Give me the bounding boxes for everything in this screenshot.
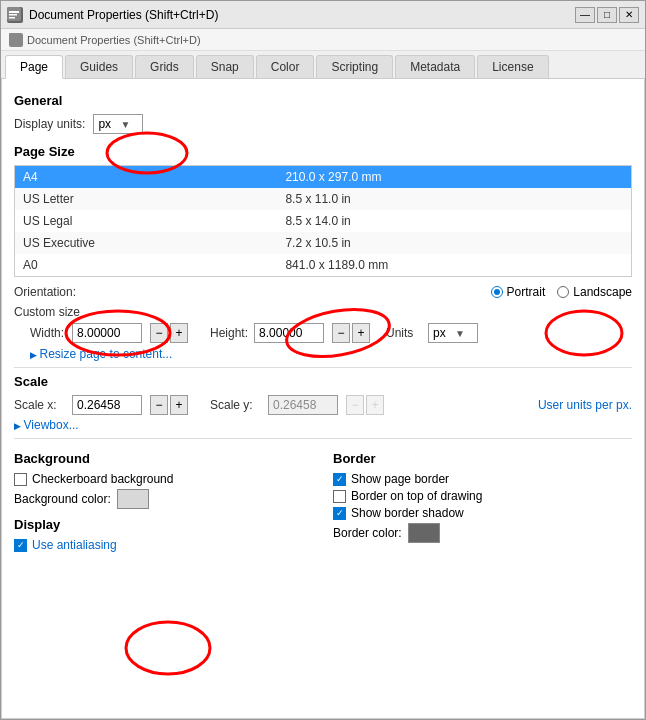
tab-grids[interactable]: Grids bbox=[135, 55, 194, 78]
display-title: Display bbox=[14, 517, 313, 532]
page-dims: 841.0 x 1189.0 mm bbox=[277, 254, 631, 277]
border-top-row: Border on top of drawing bbox=[333, 489, 632, 503]
width-input[interactable] bbox=[72, 323, 142, 343]
page-dims: 8.5 x 14.0 in bbox=[277, 210, 631, 232]
height-plus-btn[interactable]: + bbox=[352, 323, 370, 343]
scale-x-input[interactable] bbox=[72, 395, 142, 415]
tab-license[interactable]: License bbox=[477, 55, 548, 78]
table-row[interactable]: US Letter 8.5 x 11.0 in bbox=[15, 188, 632, 210]
show-border-label: Show page border bbox=[351, 472, 449, 486]
show-border-checkbox[interactable] bbox=[333, 473, 346, 486]
scale-y-minus-btn: − bbox=[346, 395, 364, 415]
width-minus-btn[interactable]: − bbox=[150, 323, 168, 343]
height-label: Height: bbox=[210, 326, 248, 340]
scale-y-label: Scale y: bbox=[210, 398, 262, 412]
user-units-label: User units per px. bbox=[538, 398, 632, 412]
border-top-checkbox[interactable] bbox=[333, 490, 346, 503]
tab-guides[interactable]: Guides bbox=[65, 55, 133, 78]
page-name: A0 bbox=[15, 254, 278, 277]
bottom-sections: Background Checkerboard background Backg… bbox=[14, 447, 632, 555]
close-button[interactable]: ✕ bbox=[619, 7, 639, 23]
general-title: General bbox=[14, 93, 632, 108]
orientation-row: Orientation: Portrait Landscape bbox=[14, 285, 632, 299]
height-minus-btn[interactable]: − bbox=[332, 323, 350, 343]
bg-color-label: Background color: bbox=[14, 492, 111, 506]
window-title: Document Properties (Shift+Ctrl+D) bbox=[29, 8, 575, 22]
units-label: Units bbox=[386, 326, 422, 340]
height-input[interactable] bbox=[254, 323, 324, 343]
background-title: Background bbox=[14, 451, 313, 466]
custom-size-section: Custom size Width: − + Height: − + Units bbox=[14, 305, 632, 361]
tab-color[interactable]: Color bbox=[256, 55, 315, 78]
sub-title-icon bbox=[9, 33, 23, 47]
sub-title-bar: Document Properties (Shift+Ctrl+D) bbox=[1, 29, 645, 51]
title-bar: Document Properties (Shift+Ctrl+D) — □ ✕ bbox=[1, 1, 645, 29]
scale-x-label: Scale x: bbox=[14, 398, 66, 412]
width-label: Width: bbox=[30, 326, 66, 340]
resize-page-link[interactable]: Resize page to content... bbox=[14, 347, 632, 361]
app-icon bbox=[7, 7, 23, 23]
units-arrow: ▼ bbox=[455, 328, 473, 339]
table-row[interactable]: US Executive 7.2 x 10.5 in bbox=[15, 232, 632, 254]
landscape-label: Landscape bbox=[573, 285, 632, 299]
antialiasing-label: Use antialiasing bbox=[32, 538, 117, 552]
page-name: A4 bbox=[15, 166, 278, 189]
portrait-radio[interactable] bbox=[491, 286, 503, 298]
bg-color-row: Background color: bbox=[14, 489, 313, 509]
antialiasing-checkbox[interactable] bbox=[14, 539, 27, 552]
page-dims: 7.2 x 10.5 in bbox=[277, 232, 631, 254]
border-title: Border bbox=[333, 451, 632, 466]
units-value: px bbox=[433, 326, 451, 340]
checkerboard-row: Checkerboard background bbox=[14, 472, 313, 486]
bg-color-swatch[interactable] bbox=[117, 489, 149, 509]
display-units-label: Display units: bbox=[14, 117, 85, 131]
table-row[interactable]: US Legal 8.5 x 14.0 in bbox=[15, 210, 632, 232]
scale-y-stepper: − + bbox=[346, 395, 384, 415]
page-dims: 8.5 x 11.0 in bbox=[277, 188, 631, 210]
tab-snap[interactable]: Snap bbox=[196, 55, 254, 78]
scale-x-plus-btn[interactable]: + bbox=[170, 395, 188, 415]
tab-page[interactable]: Page bbox=[5, 55, 63, 79]
radio-group: Portrait Landscape bbox=[491, 285, 632, 299]
viewbox-link[interactable]: Viewbox... bbox=[14, 418, 632, 432]
checkerboard-checkbox[interactable] bbox=[14, 473, 27, 486]
page-size-section: Page Size A4 210.0 x 297.0 mm US Letter … bbox=[14, 144, 632, 277]
show-border-row: Show page border bbox=[333, 472, 632, 486]
content-area: General Display units: px ▼ Page Size A4… bbox=[1, 79, 645, 719]
border-shadow-checkbox[interactable] bbox=[333, 507, 346, 520]
svg-rect-3 bbox=[9, 17, 15, 19]
table-row[interactable]: A4 210.0 x 297.0 mm bbox=[15, 166, 632, 189]
width-plus-btn[interactable]: + bbox=[170, 323, 188, 343]
units-select[interactable]: px ▼ bbox=[428, 323, 478, 343]
landscape-radio[interactable] bbox=[557, 286, 569, 298]
border-top-label: Border on top of drawing bbox=[351, 489, 482, 503]
tab-bar: Page Guides Grids Snap Color Scripting M… bbox=[1, 51, 645, 79]
border-color-label: Border color: bbox=[333, 526, 402, 540]
tab-scripting[interactable]: Scripting bbox=[316, 55, 393, 78]
scale-title: Scale bbox=[14, 374, 632, 389]
border-color-swatch[interactable] bbox=[408, 523, 440, 543]
landscape-option[interactable]: Landscape bbox=[557, 285, 632, 299]
scale-x-stepper: − + bbox=[150, 395, 188, 415]
scale-y-input bbox=[268, 395, 338, 415]
scale-y-plus-btn: + bbox=[366, 395, 384, 415]
antialiasing-row: Use antialiasing bbox=[14, 538, 313, 552]
minimize-button[interactable]: — bbox=[575, 7, 595, 23]
svg-rect-2 bbox=[9, 14, 17, 16]
svg-rect-4 bbox=[9, 33, 21, 45]
table-row[interactable]: A0 841.0 x 1189.0 mm bbox=[15, 254, 632, 277]
page-dims: 210.0 x 297.0 mm bbox=[277, 166, 631, 189]
display-units-select[interactable]: px ▼ bbox=[93, 114, 143, 134]
scale-x-minus-btn[interactable]: − bbox=[150, 395, 168, 415]
border-shadow-label: Show border shadow bbox=[351, 506, 464, 520]
maximize-button[interactable]: □ bbox=[597, 7, 617, 23]
tab-metadata[interactable]: Metadata bbox=[395, 55, 475, 78]
checkerboard-label: Checkerboard background bbox=[32, 472, 173, 486]
display-units-row: Display units: px ▼ bbox=[14, 114, 632, 134]
svg-rect-1 bbox=[9, 11, 19, 13]
display-units-arrow: ▼ bbox=[120, 119, 138, 130]
border-color-row: Border color: bbox=[333, 523, 632, 543]
orientation-label: Orientation: bbox=[14, 285, 76, 299]
page-size-table: A4 210.0 x 297.0 mm US Letter 8.5 x 11.0… bbox=[14, 165, 632, 277]
portrait-option[interactable]: Portrait bbox=[491, 285, 546, 299]
